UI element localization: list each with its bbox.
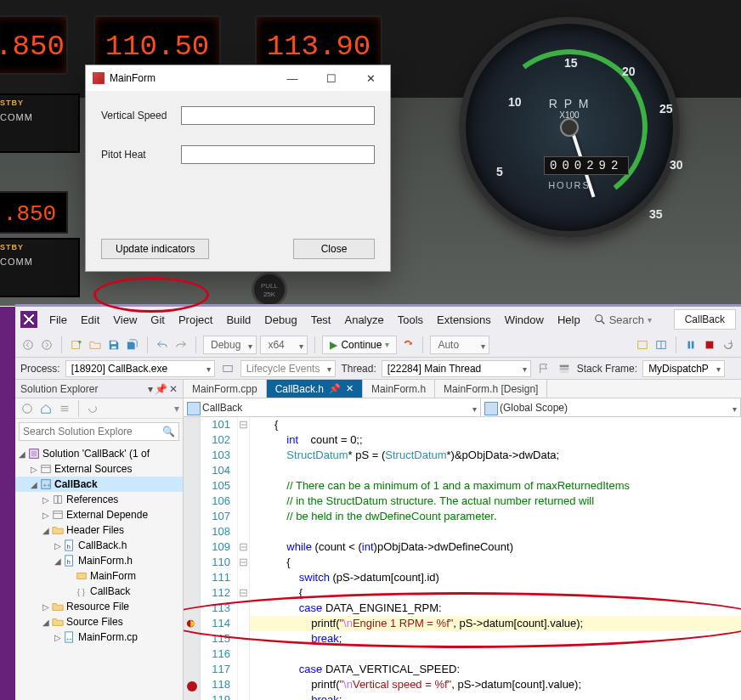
switch-view-icon[interactable]	[56, 401, 73, 416]
vertical-speed-input[interactable]	[181, 106, 375, 125]
solution-explorer-header[interactable]: Solution Explorer ▾ 📌 ✕	[15, 380, 183, 398]
svg-rect-5	[111, 341, 116, 344]
code-editor: MainForm.cppCallBack.h📌✕MainForm.hMainFo…	[184, 380, 741, 700]
tree-item[interactable]: ▷References	[15, 492, 183, 507]
new-item-icon[interactable]	[69, 337, 84, 353]
ext-icon	[39, 462, 53, 476]
svg-text:{ }: { }	[77, 587, 86, 596]
menu-window[interactable]: Window	[498, 313, 551, 326]
flag-icon[interactable]	[536, 361, 552, 376]
platform-combo[interactable]: x64	[260, 336, 308, 354]
nav-scope-right[interactable]: (Global Scope)	[481, 398, 741, 416]
menu-project[interactable]: Project	[172, 313, 219, 326]
menu-help[interactable]: Help	[551, 313, 587, 326]
tree-item[interactable]: ▷Resource File	[15, 599, 183, 614]
redo-icon[interactable]	[173, 337, 189, 353]
menu-tools[interactable]: Tools	[391, 313, 430, 326]
home-icon[interactable]	[19, 401, 36, 416]
tree-item[interactable]: ◢++CallBack	[15, 477, 183, 492]
lifecycle-combo[interactable]: Lifecycle Events	[240, 360, 337, 377]
menu-git[interactable]: Git	[144, 313, 172, 326]
pull-knob[interactable]: PULL25K	[252, 272, 287, 308]
svg-rect-6	[111, 346, 116, 348]
update-indicators-button[interactable]: Update indicators	[101, 239, 209, 259]
svg-text:++: ++	[43, 482, 52, 489]
config-combo[interactable]: Debug	[203, 336, 257, 354]
tree-item[interactable]: ▷External Sources	[15, 461, 183, 477]
maximize-button[interactable]: ☐	[312, 65, 351, 91]
tab-mainform-cpp[interactable]: MainForm.cpp	[184, 380, 267, 398]
vs-profile[interactable]: CallBack	[674, 309, 736, 330]
hot-reload-icon[interactable]	[400, 337, 416, 353]
rpm-label: R P M	[483, 97, 656, 110]
menu-view[interactable]: View	[106, 313, 144, 326]
tree-item[interactable]: ◢Header Files	[15, 522, 183, 538]
document-tabs: MainForm.cppCallBack.h📌✕MainForm.hMainFo…	[184, 380, 741, 398]
continue-button[interactable]: ▶ Continue ▾	[322, 336, 397, 354]
open-icon[interactable]	[88, 337, 103, 353]
pin-icon[interactable]: 📌	[155, 383, 167, 395]
mainform-window[interactable]: MainForm — ☐ ✕ Vertical Speed Pitot Heat…	[85, 65, 391, 272]
solution-search-input[interactable]	[20, 426, 159, 438]
menu-analyze[interactable]: Analyze	[337, 313, 390, 326]
svg-rect-15	[560, 368, 569, 370]
pitot-heat-input[interactable]	[181, 145, 375, 164]
tree-item[interactable]: { }CallBack	[15, 584, 183, 599]
toolbox-2-icon[interactable]	[653, 337, 669, 353]
menu-edit[interactable]: Edit	[74, 313, 106, 326]
toolbox-1-icon[interactable]	[635, 337, 650, 353]
process-combo[interactable]: [18920] CallBack.exe	[65, 360, 215, 377]
thread-combo[interactable]: [22284] Main Thread	[382, 360, 531, 377]
nav-fwd-icon[interactable]	[39, 337, 54, 353]
auto-combo[interactable]: Auto	[430, 336, 489, 354]
svg-rect-20	[42, 466, 51, 473]
stackframe-combo[interactable]: MyDispatchP	[642, 360, 725, 377]
menu-file[interactable]: File	[42, 313, 74, 326]
menu-test[interactable]: Test	[304, 313, 338, 326]
se-home-icon[interactable]	[37, 401, 54, 416]
digital-readout-4: .850	[0, 191, 68, 234]
minimize-button[interactable]: —	[273, 65, 312, 91]
breakpoint-icon[interactable]	[187, 681, 197, 692]
h-icon: h	[63, 539, 76, 552]
solution-root[interactable]: ◢ Solution 'CallBack' (1 of	[15, 446, 183, 461]
tree-item[interactable]: ◢hMainForm.h	[15, 553, 183, 568]
solution-search[interactable]: 🔍	[19, 422, 179, 441]
tab-callback-h[interactable]: CallBack.h📌✕	[267, 380, 363, 398]
save-icon[interactable]	[106, 337, 122, 353]
restart-icon[interactable]	[721, 337, 736, 353]
thumbtack-icon: 📌	[329, 383, 341, 394]
nav-back-icon[interactable]	[20, 337, 36, 353]
lifecycle-icon[interactable]	[220, 361, 235, 376]
pause-icon[interactable]	[683, 337, 699, 353]
svg-rect-13	[223, 365, 232, 371]
mainform-titlebar[interactable]: MainForm — ☐ ✕	[86, 65, 390, 91]
se-refresh-icon[interactable]	[84, 401, 101, 416]
tree-item[interactable]: MainForm	[15, 568, 183, 584]
search-icon[interactable]: 🔍	[159, 426, 178, 438]
vs-search[interactable]: Search ▾	[594, 313, 652, 326]
fld-icon	[51, 523, 65, 537]
tab-mainform-h[interactable]: MainForm.h	[363, 380, 435, 398]
close-button[interactable]: Close	[293, 239, 375, 259]
tree-item[interactable]: ▷++MainForm.cp	[15, 629, 183, 645]
menu-build[interactable]: Build	[219, 313, 257, 326]
code-area[interactable]: 1011021031041051061071081091101111121131…	[184, 417, 741, 700]
save-all-icon[interactable]	[125, 337, 140, 353]
stop-icon[interactable]	[702, 337, 717, 353]
window-close-button[interactable]: ✕	[351, 65, 390, 91]
menu-extensions[interactable]: Extensions	[430, 313, 498, 326]
svg-rect-25	[58, 496, 61, 504]
menu-debug[interactable]: Debug	[257, 313, 303, 326]
rpm-counter: 000292	[544, 156, 629, 175]
tree-item[interactable]: ▷External Depende	[15, 507, 183, 522]
tree-item[interactable]: ◢Source Files	[15, 614, 183, 629]
tree-item[interactable]: ▷hCallBack.h	[15, 538, 183, 553]
ext-icon	[51, 508, 65, 522]
undo-icon[interactable]	[155, 337, 170, 353]
dropdown-icon[interactable]: ▾	[148, 383, 153, 395]
close-panel-icon[interactable]: ✕	[169, 383, 178, 395]
tab-mainform-h-design-[interactable]: MainForm.h [Design]	[435, 380, 547, 398]
nav-scope-left[interactable]: CallBack	[184, 398, 481, 416]
stack-icon[interactable]	[557, 361, 572, 376]
